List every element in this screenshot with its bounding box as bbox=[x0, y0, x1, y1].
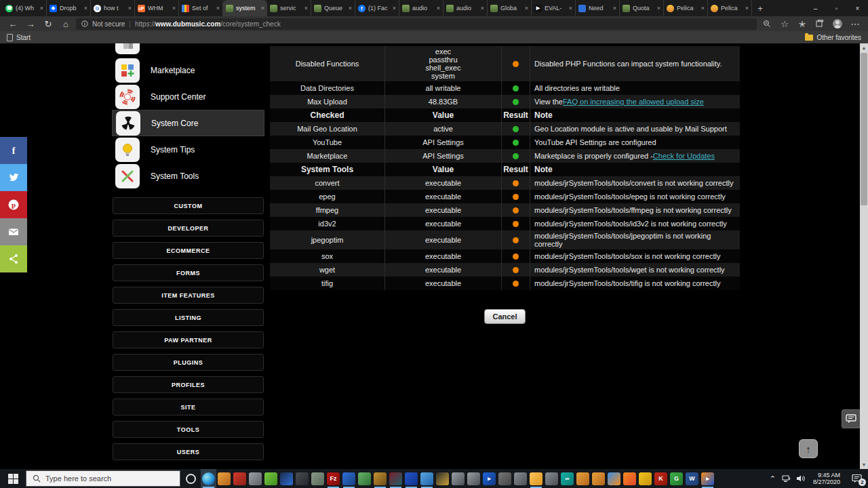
taskbar-app-yellow-app[interactable] bbox=[637, 469, 653, 488]
taskbar-app-green-circle-app[interactable]: G bbox=[669, 469, 684, 488]
twitter-share-button[interactable] bbox=[0, 164, 27, 191]
volume-icon[interactable] bbox=[794, 469, 808, 488]
browser-tab--1-fac[interactable]: f(1) Fac× bbox=[355, 0, 399, 16]
taskbar-app-spider-app-2[interactable] bbox=[544, 469, 559, 488]
chat-widget-button[interactable] bbox=[842, 409, 861, 428]
category-button-custom[interactable]: CUSTOM bbox=[113, 197, 264, 214]
taskbar-app-green-app[interactable] bbox=[263, 469, 279, 488]
taskbar-app-shell-app-1[interactable] bbox=[216, 469, 232, 488]
tab-close-icon[interactable]: × bbox=[657, 5, 660, 12]
scroll-to-top-button[interactable]: ↑ bbox=[799, 439, 818, 458]
tab-close-icon[interactable]: × bbox=[613, 5, 616, 12]
tab-close-icon[interactable]: × bbox=[304, 5, 308, 12]
tab-close-icon[interactable]: × bbox=[261, 5, 264, 12]
taskbar-app-blue-orb-app[interactable] bbox=[419, 469, 435, 488]
address-bar[interactable]: Not secure | https://www.dubmusic.com/co… bbox=[76, 18, 757, 30]
tab-close-icon[interactable]: × bbox=[172, 5, 176, 12]
taskbar-app-archive-app[interactable] bbox=[372, 469, 388, 488]
tab-close-icon[interactable]: × bbox=[40, 5, 43, 12]
pinterest-share-button[interactable]: p bbox=[0, 191, 27, 218]
sidebar-item-system-tips[interactable]: System Tips bbox=[112, 136, 264, 163]
start-button[interactable] bbox=[0, 469, 26, 488]
taskbar-app-media-player-app[interactable] bbox=[248, 469, 263, 488]
page-scrollbar[interactable]: ▲ ▼ bbox=[860, 43, 868, 469]
favorites-bar-icon[interactable]: ✭ bbox=[795, 18, 810, 30]
taskbar-app-server-app-1[interactable] bbox=[450, 469, 466, 488]
tab-close-icon[interactable]: × bbox=[745, 5, 749, 12]
action-center-button[interactable]: 2 bbox=[845, 469, 868, 488]
tab-close-icon[interactable]: × bbox=[701, 5, 705, 12]
maximize-button[interactable]: ▫ bbox=[826, 0, 847, 16]
taskbar-app-camtasia-app[interactable]: ∞ bbox=[559, 469, 575, 488]
browser-tab-set-of[interactable]: Set of× bbox=[179, 0, 223, 16]
more-menu-icon[interactable]: ⋯ bbox=[848, 18, 863, 30]
collections-icon[interactable] bbox=[812, 18, 827, 30]
note-link[interactable]: FAQ on increasing the allowed upload siz… bbox=[563, 98, 704, 106]
sidebar-item-partial[interactable] bbox=[112, 43, 264, 55]
taskbar-app-file-explorer[interactable] bbox=[528, 469, 544, 488]
taskbar-app-media-play-app[interactable]: ▸ bbox=[700, 469, 715, 488]
back-icon[interactable]: ← bbox=[5, 18, 20, 30]
taskbar-app-utility-app[interactable] bbox=[310, 469, 326, 488]
taskbar-app-spider-app-1[interactable] bbox=[513, 469, 528, 488]
zoom-icon[interactable] bbox=[760, 18, 774, 30]
taskbar-app-reaper-app[interactable] bbox=[294, 469, 310, 488]
taskbar-app-shell-app-3[interactable] bbox=[591, 469, 606, 488]
browser-tab-servic[interactable]: servic× bbox=[267, 0, 311, 16]
browser-tab-how-t[interactable]: Ghow t× bbox=[91, 0, 135, 16]
taskbar-app-mic-app[interactable] bbox=[497, 469, 513, 488]
category-button-developer[interactable]: DEVELOPER bbox=[113, 220, 264, 237]
sidebar-item-support-center[interactable]: Support Center bbox=[112, 83, 264, 110]
taskbar-app-edge[interactable] bbox=[201, 469, 216, 488]
profile-avatar[interactable] bbox=[830, 18, 845, 30]
scrollbar-thumb[interactable] bbox=[861, 53, 867, 205]
browser-tab-whm[interactable]: cPWHM× bbox=[135, 0, 179, 16]
refresh-icon[interactable]: ↻ bbox=[41, 18, 56, 30]
home-icon[interactable]: ⌂ bbox=[58, 18, 73, 30]
category-button-users[interactable]: USERS bbox=[113, 443, 264, 460]
email-share-button[interactable] bbox=[0, 218, 27, 245]
bookmark-start[interactable]: Start bbox=[7, 34, 31, 41]
browser-tab-quota[interactable]: Quota× bbox=[620, 0, 664, 16]
category-button-profiles[interactable]: PROFILES bbox=[113, 376, 264, 393]
tab-close-icon[interactable]: × bbox=[84, 5, 87, 12]
scrollbar-up-icon[interactable]: ▲ bbox=[860, 43, 868, 52]
taskbar-app-shell-app-2[interactable] bbox=[575, 469, 591, 488]
tab-close-icon[interactable]: × bbox=[569, 5, 572, 12]
taskbar-app-filezilla-app[interactable]: Fz bbox=[326, 469, 341, 488]
scrollbar-down-icon[interactable]: ▼ bbox=[860, 460, 868, 469]
cancel-button[interactable]: Cancel bbox=[484, 309, 525, 324]
sidebar-item-marketplace[interactable]: Marketplace bbox=[112, 57, 264, 83]
tab-close-icon[interactable]: × bbox=[481, 5, 484, 12]
taskbar-app-firefox-app[interactable] bbox=[622, 469, 637, 488]
category-button-item-features[interactable]: ITEM FEATURES bbox=[113, 287, 264, 304]
taskbar-app-red-app[interactable] bbox=[232, 469, 248, 488]
tab-close-icon[interactable]: × bbox=[525, 5, 528, 12]
tab-close-icon[interactable]: × bbox=[349, 5, 352, 12]
browser-tab-queue[interactable]: Queue× bbox=[311, 0, 355, 16]
tray-chevron-icon[interactable]: ⌃ bbox=[766, 469, 780, 488]
taskbar-app-red-db-app[interactable]: K bbox=[653, 469, 669, 488]
taskbar-app-server-app-2[interactable] bbox=[466, 469, 481, 488]
taskbar-clock[interactable]: 9:45 AM 8/27/2020 bbox=[808, 472, 845, 485]
taskbar-app-video-edit-app[interactable] bbox=[388, 469, 403, 488]
browser-tab-system[interactable]: system× bbox=[223, 0, 267, 16]
taskbar-app-word-app[interactable]: W bbox=[684, 469, 700, 488]
sidebar-item-system-tools[interactable]: System Tools bbox=[112, 163, 264, 189]
taskbar-app-audio-wave-app[interactable] bbox=[279, 469, 294, 488]
taskbar-app-photo-app[interactable] bbox=[357, 469, 372, 488]
taskbar-app-play-app[interactable]: ▸ bbox=[481, 469, 497, 488]
tab-close-icon[interactable]: × bbox=[437, 5, 440, 12]
favorite-star-icon[interactable]: ☆ bbox=[777, 18, 792, 30]
browser-tab-eval-[interactable]: ▶EVAL-× bbox=[532, 0, 576, 16]
taskbar-app-globe-app[interactable] bbox=[341, 469, 357, 488]
category-button-plugins[interactable]: PLUGINS bbox=[113, 354, 264, 371]
browser-tab-audio[interactable]: audio× bbox=[443, 0, 488, 16]
cortana-button[interactable] bbox=[180, 474, 201, 484]
network-icon[interactable] bbox=[780, 469, 794, 488]
new-tab-button[interactable]: + bbox=[752, 0, 768, 16]
category-button-forms[interactable]: FORMS bbox=[113, 264, 264, 281]
category-button-tools[interactable]: TOOLS bbox=[113, 421, 264, 438]
taskbar-app-blue-window-app[interactable] bbox=[403, 469, 419, 488]
tab-close-icon[interactable]: × bbox=[128, 5, 132, 12]
